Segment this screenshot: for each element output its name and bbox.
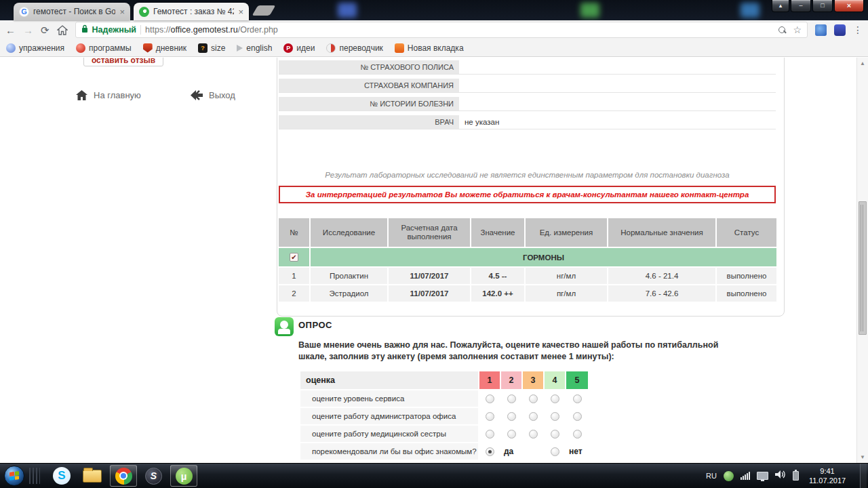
interpretation-warning: За интерпретацией результатов Вы можете … [279,186,776,203]
survey-final-question: порекомендовали ли бы вы офис знакомым? [300,443,478,460]
column-header: Нормальные значения [608,218,715,247]
radio-service-2[interactable] [507,394,516,403]
show-desktop-button[interactable] [860,464,867,488]
survey-rating-table: оценка 1 2 3 4 5 оцените уровень сервиса… [300,371,588,460]
bookmark-exercises[interactable]: упражнения [6,43,64,53]
leave-feedback-button[interactable]: оставить отзыв [83,58,163,66]
taskbar-clock[interactable]: 9:41 11.07.2017 [806,466,849,485]
taskbar-chrome-button[interactable] [110,465,137,487]
radio-nurse-4[interactable] [551,430,559,439]
survey-title: ОПРОС [298,320,332,330]
bookmark-ideas[interactable]: Pидеи [283,43,315,53]
question-icon: ? [198,43,208,53]
zoom-icon[interactable] [778,26,786,34]
taskbar-explorer-button[interactable] [83,470,102,483]
scale-cell-5: 5 [566,371,588,389]
radio-service-3[interactable] [529,394,538,403]
taskbar-skype-button[interactable]: S [53,467,71,485]
bookmark-size[interactable]: ?size [198,43,225,53]
display-icon[interactable] [757,472,768,480]
home-icon[interactable] [57,25,68,35]
field-label: СТРАХОВАЯ КОМПАНИЯ [279,79,459,92]
bookmark-diary[interactable]: дневник [143,43,186,53]
forward-icon[interactable]: → [23,25,33,35]
scroll-down-icon[interactable]: ▼ [857,454,868,460]
radio-service-5[interactable] [573,394,582,403]
field-label: № ИСТОРИИ БОЛЕЗНИ [279,97,459,110]
scrollbar-thumb[interactable] [859,201,867,335]
taskbar-media-player-button[interactable]: S [145,468,162,485]
field-value [459,60,776,74]
radio-nurse-5[interactable] [573,430,582,439]
speaker-icon[interactable] [775,470,786,482]
radio-recommend-no[interactable] [551,447,559,456]
tab-gemotest-order[interactable]: Гемотест : заказ № 426 × [134,3,249,20]
scroll-up-icon[interactable]: ▲ [857,60,868,66]
bookmark-programs[interactable]: программы [76,43,132,53]
translator-icon [326,43,336,53]
close-window-button[interactable]: × [834,0,864,12]
bookmark-label: программы [89,43,132,53]
language-indicator[interactable]: RU [706,472,717,480]
no-label: нет [566,443,588,460]
close-tab-icon[interactable]: × [238,7,243,16]
bookmark-new-tab[interactable]: Новая вкладка [395,43,464,53]
table-cell: выполнено [717,268,776,284]
survey-question: оцените работу медицинской сестры [300,426,478,442]
page-scrollbar[interactable]: ▲ ▼ [856,58,868,463]
bookmark-translator[interactable]: переводчик [326,43,382,53]
yes-label: да [501,443,521,460]
network-signal-icon[interactable] [741,472,750,480]
address-bar[interactable]: Надежный https://office.gemotest.ru/Orde… [75,22,808,38]
bookmark-star-icon[interactable]: ☆ [793,24,802,35]
desktop-icon [338,3,357,18]
radio-nurse-1[interactable] [486,430,494,439]
lock-icon [81,24,88,35]
radio-admin-2[interactable] [507,412,516,421]
media-player-icon: S [145,468,162,485]
radio-recommend-yes[interactable] [486,447,494,456]
minimize-button[interactable]: – [791,0,811,12]
url-scheme: https:// [145,25,171,35]
radio-service-4[interactable] [551,394,559,403]
field-label: ВРАЧ [279,115,459,129]
taskbar-utorrent-button[interactable]: µ [170,465,197,487]
extension-icon[interactable] [834,24,846,36]
refresh-icon[interactable]: ⟳ [41,25,50,35]
back-icon[interactable]: ← [5,25,16,35]
radio-admin-5[interactable] [573,412,582,421]
logout-link[interactable]: Выход [191,90,235,100]
exercise-icon [6,43,16,53]
bookmark-english[interactable]: english [237,43,272,53]
browser-menu-icon[interactable]: ⋮ [853,24,863,35]
radio-nurse-2[interactable] [507,430,516,439]
battery-icon[interactable] [793,471,799,481]
security-label[interactable]: Надежный [92,25,136,35]
windows-logo-icon [9,471,19,480]
table-cell: Эстрадиол [311,285,387,302]
radio-admin-4[interactable] [551,412,559,421]
tab-google-search[interactable]: G гемотест - Поиск в Goo × [14,3,130,20]
close-tab-icon[interactable]: × [119,7,125,16]
feedback-label: оставить отзыв [92,58,155,65]
home-page-link[interactable]: На главную [76,90,141,100]
group-checkbox[interactable]: ✔ [290,253,298,262]
column-header: Значение [471,218,524,247]
bookmark-label: Новая вкладка [408,43,464,53]
extension-icon[interactable] [815,24,827,36]
field-value [459,97,776,110]
radio-admin-1[interactable] [486,412,494,421]
warning-text: За интерпретацией результатов Вы можете … [306,190,749,199]
group-checkbox-cell: ✔ [279,248,309,266]
utorrent-tray-icon[interactable] [724,471,734,481]
radio-admin-3[interactable] [529,412,538,421]
start-button[interactable] [4,466,24,486]
maximize-button[interactable]: □ [812,0,833,12]
radio-nurse-3[interactable] [529,430,538,439]
system-tray: RU 9:41 11.07.2017 [706,464,868,488]
table-cell: 4.5 -- [471,268,524,284]
home-link-label: На главную [94,90,141,100]
clock-date: 11.07.2017 [809,476,846,485]
radio-service-1[interactable] [486,394,494,403]
pin-window-button[interactable]: ▴ [772,0,789,12]
